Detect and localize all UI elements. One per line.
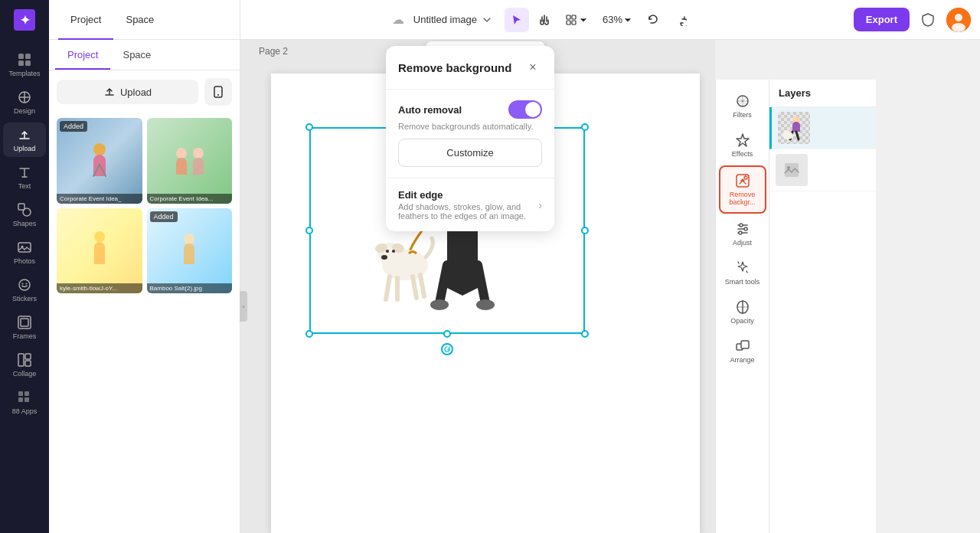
- panel-tabs: Project Space: [49, 40, 240, 70]
- added-badge-4: Added: [150, 211, 178, 222]
- device-button[interactable]: [204, 78, 232, 106]
- upload-image-2[interactable]: Corporate Event Idea...: [147, 118, 233, 204]
- svg-rect-22: [21, 319, 28, 326]
- rotate-handle[interactable]: [441, 343, 453, 355]
- svg-rect-5: [572, 21, 576, 25]
- sidebar-label-frames: Frames: [13, 332, 37, 340]
- right-tool-effects[interactable]: Effects: [719, 126, 766, 164]
- user-avatar[interactable]: [946, 8, 971, 32]
- svg-point-18: [19, 280, 30, 290]
- right-tool-filters-label: Filters: [733, 111, 752, 119]
- svg-point-57: [392, 250, 395, 253]
- tab-space[interactable]: Space: [113, 0, 166, 40]
- svg-rect-12: [25, 60, 31, 66]
- svg-rect-24: [25, 354, 31, 359]
- select-tool-btn[interactable]: [505, 8, 529, 32]
- svg-rect-69: [741, 341, 749, 348]
- sidebar-label-text: Text: [18, 182, 31, 190]
- auto-removal-desc: Remove backgrounds automatically.: [398, 122, 542, 131]
- sidebar-label-stickers: Stickers: [12, 295, 37, 302]
- right-tool-remove-bg[interactable]: Remove backgr...: [719, 165, 766, 214]
- handle-bc[interactable]: [443, 330, 451, 338]
- layer-thumb-1: [778, 112, 810, 144]
- auto-removal-title: Auto removal: [398, 104, 462, 116]
- undo-btn[interactable]: [641, 8, 665, 32]
- project-space-tabs: Project Space: [49, 0, 240, 40]
- customize-button[interactable]: Customize: [398, 139, 542, 167]
- tab-project-panel[interactable]: Project: [55, 40, 110, 70]
- svg-rect-10: [25, 54, 31, 59]
- sidebar-item-text[interactable]: Text: [3, 160, 46, 195]
- svg-rect-4: [567, 21, 570, 25]
- rbg-close-button[interactable]: ×: [524, 58, 542, 77]
- right-tool-remove-bg-label: Remove backgr...: [724, 191, 762, 206]
- layer-thumb-2: [776, 154, 808, 186]
- tab-project[interactable]: Project: [58, 0, 113, 40]
- sidebar-label-photos: Photos: [14, 257, 35, 265]
- auto-removal-toggle[interactable]: [508, 100, 542, 119]
- sidebar-item-photos[interactable]: Photos: [3, 235, 46, 270]
- tab-space-panel[interactable]: Space: [110, 40, 163, 70]
- right-tool-smart[interactable]: Smart tools: [719, 254, 766, 292]
- right-tool-opacity[interactable]: Opacity: [719, 293, 766, 331]
- sidebar-item-frames[interactable]: Frames: [3, 310, 46, 345]
- right-tool-arrange[interactable]: Arrange: [719, 332, 766, 370]
- sidebar-item-collage[interactable]: Collage: [3, 348, 46, 382]
- svg-point-50: [476, 299, 495, 310]
- upload-image-4[interactable]: Added Bamboo Salt(2).jpg: [147, 208, 233, 294]
- zoom-control[interactable]: 63%: [596, 11, 638, 28]
- edit-edge-title: Edit edge: [398, 189, 538, 201]
- right-tool-adjust[interactable]: Adjust: [719, 215, 766, 253]
- upload-button[interactable]: Upload: [57, 80, 198, 104]
- export-button[interactable]: Export: [854, 8, 910, 31]
- svg-rect-26: [18, 391, 23, 396]
- edit-edge-left: Edit edge Add shadows, strokes, glow, an…: [398, 189, 538, 221]
- topbar-right: Export: [844, 8, 980, 32]
- sidebar-item-templates[interactable]: Templates: [3, 47, 46, 82]
- sidebar-item-shapes[interactable]: Shapes: [3, 198, 46, 232]
- right-tool-opacity-label: Opacity: [730, 317, 754, 325]
- svg-rect-28: [18, 397, 23, 402]
- toolbar-tools: 63%: [505, 8, 693, 32]
- handle-bl[interactable]: [305, 330, 313, 338]
- main-canvas-area: Page 2: [240, 40, 715, 533]
- svg-point-33: [93, 143, 106, 155]
- page-label: Page 2: [259, 46, 288, 57]
- svg-rect-9: [18, 54, 24, 59]
- view-btn[interactable]: [560, 8, 593, 32]
- sidebar-item-apps[interactable]: 88 Apps: [3, 385, 46, 420]
- svg-point-37: [184, 234, 194, 244]
- svg-rect-27: [24, 391, 29, 396]
- svg-point-32: [217, 94, 219, 96]
- handle-tl[interactable]: [305, 123, 313, 131]
- hand-tool-btn[interactable]: [532, 8, 557, 32]
- remove-bg-panel: Remove background × Auto removal Remove …: [386, 46, 554, 231]
- redo-btn[interactable]: [668, 8, 693, 32]
- sidebar-item-stickers[interactable]: Stickers: [3, 273, 46, 307]
- added-badge-1: Added: [60, 121, 87, 132]
- handle-br[interactable]: [581, 330, 589, 338]
- layer-item-1[interactable]: [769, 107, 876, 149]
- sidebar-item-upload[interactable]: Upload: [3, 123, 46, 157]
- shield-icon[interactable]: [916, 8, 940, 32]
- svg-point-35: [193, 148, 204, 159]
- handle-mr[interactable]: [581, 227, 589, 234]
- image-grid: Added Corporate Event Idea_ Corporate Ev…: [49, 113, 240, 298]
- handle-tr[interactable]: [581, 123, 589, 131]
- sidebar-label-upload: Upload: [14, 145, 36, 152]
- edit-edge-section[interactable]: Edit edge Add shadows, strokes, glow, an…: [386, 178, 554, 231]
- svg-rect-16: [18, 243, 31, 252]
- handle-ml[interactable]: [305, 227, 313, 234]
- svg-rect-15: [18, 204, 24, 210]
- sidebar-item-design[interactable]: Design: [3, 85, 46, 119]
- upload-image-1[interactable]: Added Corporate Event Idea_: [57, 118, 142, 204]
- auto-removal-section: Auto removal Remove backgrounds automati…: [386, 90, 554, 178]
- app-logo[interactable]: ✦: [0, 0, 49, 40]
- panel-collapse-handle[interactable]: ‹: [240, 291, 247, 322]
- filename-area[interactable]: Untitled image: [407, 11, 498, 28]
- right-tool-filters[interactable]: Filters: [719, 87, 766, 125]
- layer-item-2[interactable]: [769, 149, 876, 191]
- upload-image-3[interactable]: kyle-smith-tlowJ-oY...: [57, 208, 142, 294]
- right-tool-effects-label: Effects: [732, 150, 753, 158]
- upload-section: Upload: [49, 70, 240, 113]
